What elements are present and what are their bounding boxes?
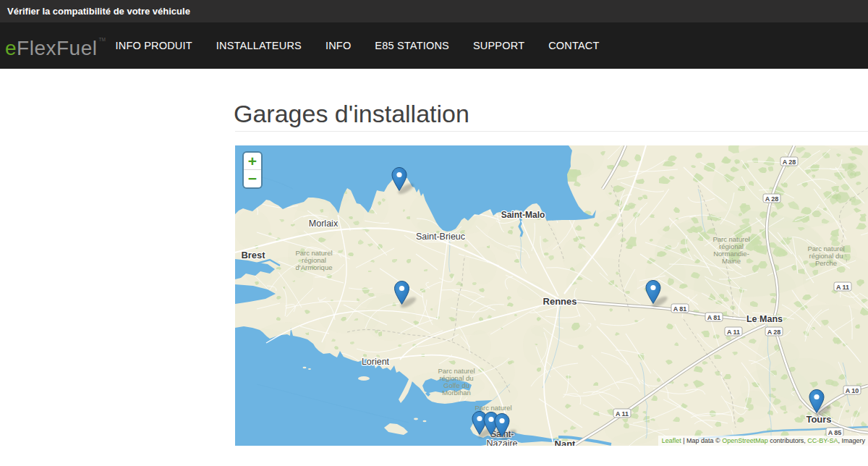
svg-text:Saint-Brieuc: Saint-Brieuc — [416, 232, 465, 242]
svg-text:Perche: Perche — [815, 259, 837, 267]
svg-text:A 11: A 11 — [727, 329, 740, 336]
svg-text:Brest: Brest — [241, 250, 265, 260]
svg-text:A 28: A 28 — [767, 329, 781, 336]
svg-text:A 81: A 81 — [707, 314, 721, 321]
svg-text:A 85: A 85 — [828, 429, 842, 436]
svg-text:A 11: A 11 — [836, 284, 849, 291]
svg-text:A 28: A 28 — [765, 195, 779, 203]
svg-text:A 28: A 28 — [783, 158, 796, 166]
svg-text:Morlaix: Morlaix — [309, 219, 339, 229]
svg-text:Maine: Maine — [722, 257, 741, 265]
svg-text:Nant: Nant — [555, 439, 576, 446]
svg-text:A 11: A 11 — [616, 410, 629, 418]
svg-text:Saint-Malo: Saint-Malo — [501, 210, 545, 220]
svg-text:Le Mans: Le Mans — [746, 314, 783, 324]
svg-text:A 10: A 10 — [846, 387, 859, 394]
svg-text:Rennes: Rennes — [543, 296, 577, 307]
svg-text:Morbihan: Morbihan — [442, 389, 471, 397]
svg-text:A 81: A 81 — [673, 305, 687, 313]
svg-text:Lorient: Lorient — [362, 357, 390, 367]
svg-text:Parc naturel: Parc naturel — [475, 404, 511, 412]
svg-text:d'Armorique: d'Armorique — [296, 263, 333, 271]
